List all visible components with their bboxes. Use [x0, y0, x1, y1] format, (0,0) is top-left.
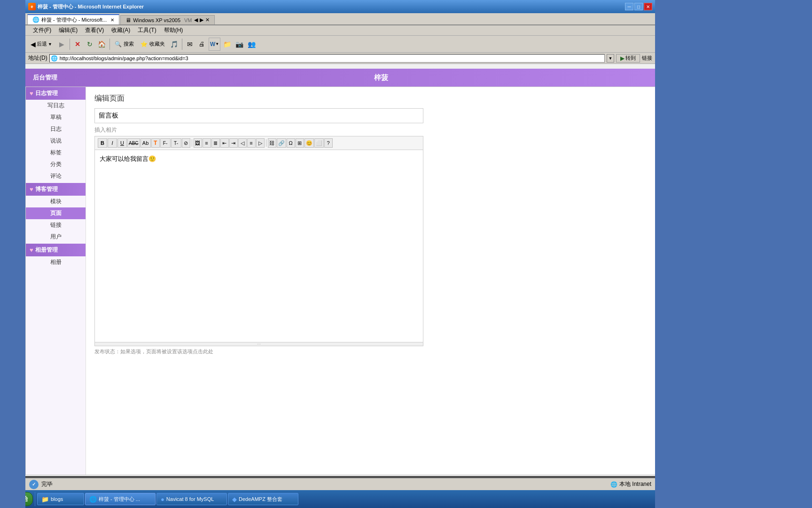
sidebar-item-shuo[interactable]: 说说	[26, 135, 86, 147]
taskbar-item-dede-label: DedeAMPZ 整合套	[239, 496, 282, 503]
print-button[interactable]: 🖨	[196, 38, 208, 51]
tab2-favicon: 🖥	[125, 17, 131, 24]
menu-favorites[interactable]: 收藏(A)	[108, 25, 134, 35]
address-dropdown[interactable]: ▼	[607, 54, 614, 63]
sidebar-item-links[interactable]: 链接	[26, 219, 86, 231]
word-dropdown-icon: ▼	[215, 42, 219, 46]
tab2-nav-back[interactable]: ◀	[194, 17, 198, 23]
sidebar-item-pages[interactable]: 页面	[26, 207, 86, 219]
menu-file[interactable]: 文件(F)	[29, 25, 55, 35]
refresh-button[interactable]: ↻	[84, 38, 95, 51]
address-label: 地址(D)	[28, 54, 47, 62]
indent-button[interactable]: ⇥	[229, 138, 238, 148]
tab2-close[interactable]: ✕	[205, 17, 210, 23]
editor-sep-2	[266, 139, 266, 147]
toolbar: ◀ 后退 ▼ ▶ ✕ ↻ 🏠 🔍 搜索 ⭐ 收藏夹 🎵	[25, 36, 655, 53]
taskbar-item-navicat[interactable]: ● Navicat 8 for MySQL	[156, 493, 227, 505]
media-button[interactable]: 🎵	[169, 38, 180, 51]
sidebar-item-category[interactable]: 分类	[26, 159, 86, 170]
address-input[interactable]: http://localhost/blogs/admin/page.php?ac…	[60, 56, 603, 61]
sidebar-item-module[interactable]: 模块	[26, 196, 86, 207]
favorites-button[interactable]: ⭐ 收藏夹	[138, 38, 168, 51]
unlink-button[interactable]: 🔗	[277, 138, 286, 148]
word-button[interactable]: W ▼	[209, 38, 220, 51]
page-title-input[interactable]	[94, 108, 423, 123]
photo-button[interactable]: 📷	[234, 38, 245, 51]
sidebar-item-write-diary[interactable]: 写日志	[26, 100, 86, 111]
ordered-list-button[interactable]: ≡	[203, 138, 211, 148]
bold-button[interactable]: B	[98, 138, 107, 148]
tab-close-icon[interactable]: ✕	[110, 17, 114, 23]
menu-view[interactable]: 查看(V)	[81, 25, 108, 35]
sidebar-item-album[interactable]: 相册	[26, 256, 86, 268]
media-icon: 🎵	[170, 40, 178, 48]
help-button[interactable]: ?	[324, 138, 333, 148]
font-color-button[interactable]: T	[151, 138, 160, 148]
back-dropdown-icon[interactable]: ▼	[48, 42, 52, 47]
goto-button[interactable]: ▶ 转到	[616, 54, 640, 63]
status-icon: ✓	[29, 480, 39, 489]
admin-site-name: 梓菠	[57, 73, 705, 82]
align-center-button[interactable]: ≡	[247, 138, 256, 148]
menu-bar: 文件(F) 编辑(E) 查看(V) 收藏(A) 工具(T) 帮助(H)	[25, 25, 655, 36]
taskbar-item-blogs[interactable]: 📁 blogs	[37, 493, 84, 505]
taskbar-item-admin-label: 梓菠 - 管理中心 ...	[99, 496, 140, 503]
tab-active[interactable]: 🌐 梓菠 - 管理中心 - Microsoft... ✕	[27, 14, 119, 24]
search-button[interactable]: 🔍 搜索	[112, 38, 137, 51]
globe-icon: 🌐	[610, 481, 617, 488]
menu-help[interactable]: 帮助(H)	[160, 25, 187, 35]
back-button[interactable]: ◀ 后退 ▼	[27, 38, 55, 51]
photo-icon: 📷	[235, 40, 243, 48]
sidebar-item-users[interactable]: 用户	[26, 231, 86, 243]
font-button[interactable]: Ab	[141, 138, 151, 148]
sidebar-section-blog-header: ♥ 博客管理	[26, 183, 86, 196]
back-arrow-icon: ◀	[31, 40, 36, 48]
home-button[interactable]: 🏠	[96, 38, 108, 51]
taskbar-item-navicat-label: Navicat 8 for MySQL	[166, 496, 214, 502]
tab2-vm: VM	[184, 17, 192, 23]
heart-icon-1: ♥	[30, 90, 33, 97]
menu-edit[interactable]: 编辑(E)	[55, 25, 81, 35]
sidebar-item-diary[interactable]: 日志	[26, 123, 86, 135]
sidebar-item-tags[interactable]: 标签	[26, 147, 86, 159]
fullscreen-button[interactable]: ⬜	[314, 138, 324, 148]
taskbar-item-admin[interactable]: 🌐 梓菠 - 管理中心 ...	[85, 493, 156, 505]
stop-button[interactable]: ✕	[72, 38, 83, 51]
menu-tools[interactable]: 工具(T)	[134, 25, 160, 35]
folder-button[interactable]: 📁	[221, 38, 233, 51]
outdent-button[interactable]: ⇤	[220, 138, 229, 148]
clear-format-button[interactable]: ⊘	[182, 138, 190, 148]
sidebar-section-diary-header: ♥ 日志管理	[26, 87, 86, 100]
link-button[interactable]: ⛓	[268, 138, 276, 148]
align-right-button[interactable]: ▷	[256, 138, 265, 148]
emoji-button[interactable]: 😊	[304, 138, 314, 148]
tab2-label: Windows XP vs2005	[133, 17, 180, 23]
editor-resize-handle[interactable]: ⋯	[94, 342, 423, 346]
font-size-increase[interactable]: T-	[171, 138, 181, 148]
address-go-icon: 🌐	[51, 55, 58, 62]
links-label[interactable]: 链接	[642, 55, 652, 62]
folder-icon: 📁	[223, 40, 231, 48]
table-button[interactable]: ⊞	[296, 138, 304, 148]
tab-inactive[interactable]: 🖥 Windows XP vs2005 VM ◀ ▶ ✕	[120, 15, 214, 24]
special-chars-button[interactable]: Ω	[287, 138, 295, 148]
underline-button[interactable]: U	[117, 138, 127, 148]
editor-toolbar: B I U ABC Ab T F- T- ⊘ 🖼 ≡ ≣ ⇤ ⇥ ◁ ≡	[94, 136, 423, 150]
tab2-nav-fwd[interactable]: ▶	[200, 17, 203, 23]
strikethrough-button[interactable]: ABC	[127, 138, 140, 148]
tab-favicon: 🌐	[32, 16, 39, 23]
user-button[interactable]: 👥	[246, 38, 257, 51]
font-size-decrease[interactable]: F-	[160, 138, 171, 148]
taskbar-separator	[35, 492, 35, 506]
insert-image-button[interactable]: 🖼	[194, 138, 202, 148]
sidebar-item-comments[interactable]: 评论	[26, 170, 86, 182]
editor-area[interactable]: 大家可以给我留言🙂	[94, 150, 423, 342]
unordered-list-button[interactable]: ≣	[211, 138, 220, 148]
align-left-button[interactable]: ◁	[238, 138, 247, 148]
mail-button[interactable]: ✉	[184, 38, 195, 51]
sidebar-section-album: ♥ 相册管理 相册	[26, 244, 86, 268]
taskbar-item-dede[interactable]: ◆ DedeAMPZ 整合套	[228, 493, 298, 505]
italic-button[interactable]: I	[108, 138, 117, 148]
forward-button[interactable]: ▶	[56, 38, 68, 51]
sidebar-item-draft[interactable]: 草稿	[26, 111, 86, 123]
